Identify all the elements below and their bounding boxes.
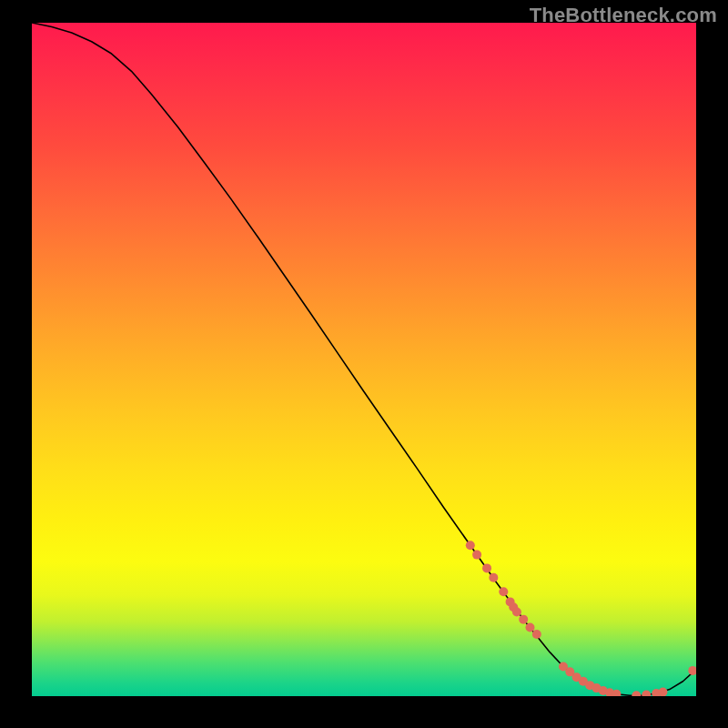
chart-stage: TheBottleneck.com: [0, 0, 728, 728]
data-point: [472, 551, 481, 560]
data-point: [466, 541, 475, 550]
points-layer: [466, 541, 696, 696]
data-point: [526, 623, 535, 632]
plot-area: [32, 23, 696, 696]
data-point: [489, 573, 498, 582]
data-point: [519, 615, 528, 624]
data-point: [482, 563, 491, 572]
data-point: [632, 691, 641, 696]
data-point: [499, 587, 508, 596]
data-point: [512, 608, 521, 617]
curve-path: [32, 23, 696, 695]
data-point: [688, 666, 696, 675]
curve-layer: [32, 23, 696, 695]
data-point: [659, 688, 668, 696]
chart-svg: [32, 23, 696, 696]
data-point: [642, 691, 651, 696]
data-point: [532, 630, 541, 639]
